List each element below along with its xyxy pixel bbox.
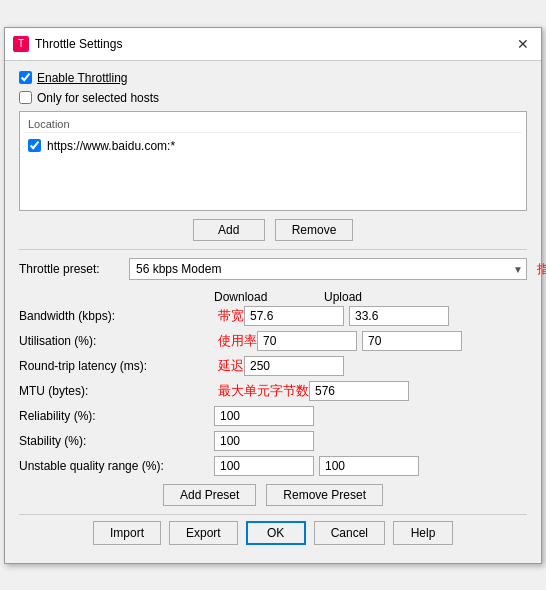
host-url: https://www.baidu.com:* (47, 139, 175, 153)
ok-button[interactable]: OK (246, 521, 306, 545)
add-remove-row: Add Remove (19, 219, 527, 241)
add-preset-button[interactable]: Add Preset (163, 484, 256, 506)
titlebar: T Throttle Settings ✕ (5, 28, 541, 61)
bandwidth-row: Bandwidth (kbps): 带宽 (19, 306, 527, 326)
content-area: Enable Throttling Only for selected host… (5, 61, 541, 563)
throttle-preset-select-wrapper: 56 kbps Modem Custom No throttling ▼ (129, 258, 527, 280)
help-button[interactable]: Help (393, 521, 453, 545)
host-checkbox[interactable] (28, 139, 41, 152)
footer-divider (19, 514, 527, 515)
preset-btns-row: Add Preset Remove Preset (19, 484, 527, 506)
unstable-range-download-input[interactable] (214, 456, 314, 476)
add-button[interactable]: Add (193, 219, 265, 241)
bandwidth-upload-input[interactable] (349, 306, 449, 326)
utilisation-row: Utilisation (%): 使用率 (19, 331, 527, 351)
only-selected-hosts-checkbox[interactable] (19, 91, 32, 104)
mtu-download-input[interactable] (309, 381, 409, 401)
stability-label: Stability (%): (19, 434, 214, 448)
export-button[interactable]: Export (169, 521, 238, 545)
mtu-row: MTU (bytes): 最大单元字节数 (19, 381, 527, 401)
only-selected-hosts-row: Only for selected hosts (19, 91, 527, 105)
latency-download-input[interactable] (244, 356, 344, 376)
throttle-preset-select[interactable]: 56 kbps Modem Custom No throttling (129, 258, 527, 280)
bandwidth-label: Bandwidth (kbps): (19, 309, 214, 323)
utilisation-upload-input[interactable] (362, 331, 462, 351)
import-button[interactable]: Import (93, 521, 161, 545)
utilisation-download-input[interactable] (257, 331, 357, 351)
bandwidth-download-input[interactable] (244, 306, 344, 326)
stability-row: Stability (%): (19, 431, 527, 451)
close-button[interactable]: ✕ (513, 34, 533, 54)
reliability-download-input[interactable] (214, 406, 314, 426)
reliability-row: Reliability (%): (19, 406, 527, 426)
download-header: Download (214, 290, 324, 304)
cancel-button[interactable]: Cancel (314, 521, 385, 545)
latency-label: Round-trip latency (ms): (19, 359, 214, 373)
window-icon: T (13, 36, 29, 52)
stability-download-input[interactable] (214, 431, 314, 451)
only-selected-hosts-label[interactable]: Only for selected hosts (37, 91, 159, 105)
column-headers: Download Upload (214, 290, 527, 304)
unstable-range-upload-input[interactable] (319, 456, 419, 476)
hosts-column-header: Location (24, 116, 522, 133)
enable-throttling-label[interactable]: Enable Throttling (37, 71, 128, 85)
titlebar-left: T Throttle Settings (13, 36, 122, 52)
throttle-preset-label: Throttle preset: (19, 262, 129, 276)
mtu-label: MTU (bytes): (19, 384, 214, 398)
utilisation-label: Utilisation (%): (19, 334, 214, 348)
host-row: https://www.baidu.com:* (24, 137, 522, 155)
window-title: Throttle Settings (35, 37, 122, 51)
latency-row: Round-trip latency (ms): 延迟 (19, 356, 527, 376)
throttle-settings-window: T Throttle Settings ✕ Enable Throttling … (4, 27, 542, 564)
utilisation-annotation: 使用率 (218, 332, 257, 350)
mtu-annotation: 最大单元字节数 (218, 382, 309, 400)
upload-header: Upload (324, 290, 434, 304)
reliability-label: Reliability (%): (19, 409, 214, 423)
divider-1 (19, 249, 527, 250)
enable-throttling-row: Enable Throttling (19, 71, 527, 85)
footer-buttons: Import Export OK Cancel Help (19, 521, 527, 553)
bandwidth-annotation: 带宽 (218, 307, 244, 325)
unstable-range-label: Unstable quality range (%): (19, 459, 214, 473)
enable-throttling-checkbox[interactable] (19, 71, 32, 84)
hosts-table: Location https://www.baidu.com:* (19, 111, 527, 211)
remove-button[interactable]: Remove (275, 219, 354, 241)
annotation-preset: 指定的网速 (537, 261, 546, 278)
latency-annotation: 延迟 (218, 357, 244, 375)
unstable-range-row: Unstable quality range (%): (19, 456, 527, 476)
remove-preset-button[interactable]: Remove Preset (266, 484, 383, 506)
throttle-preset-row: Throttle preset: 56 kbps Modem Custom No… (19, 258, 527, 280)
